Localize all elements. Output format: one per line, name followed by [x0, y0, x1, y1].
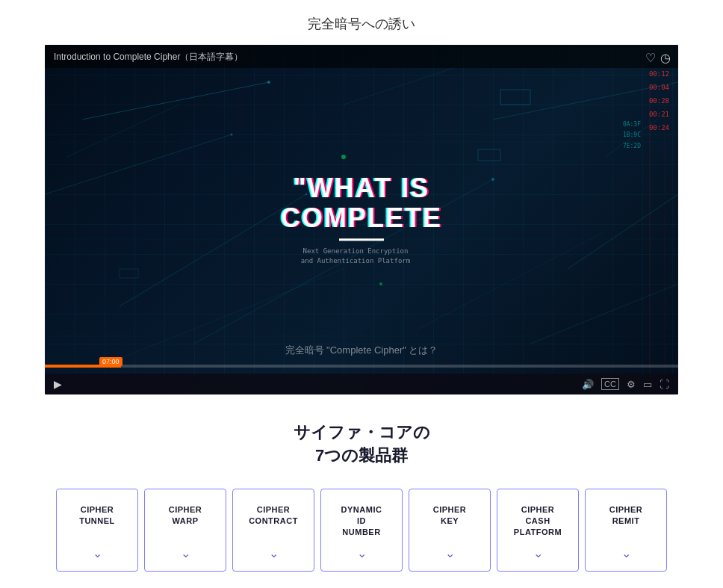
teal-elements: 0A:3F 1B:9C 7E:2D — [623, 120, 641, 152]
svg-point-23 — [491, 178, 494, 181]
svg-rect-14 — [120, 269, 138, 278]
svg-line-6 — [530, 284, 678, 344]
section-title: サイファ・コアの 7つの製品群 — [0, 421, 723, 468]
svg-line-8 — [344, 67, 456, 105]
page-title: 完全暗号への誘い — [0, 0, 723, 45]
svg-line-5 — [568, 194, 678, 269]
video-container: 00:12 00:04 00:28 00:21 00:24 ♡ ◷ Introd… — [45, 45, 678, 394]
svg-point-25 — [379, 282, 382, 285]
product-title-cipher-warp: CIPHER WARP — [169, 504, 202, 527]
product-card-cipher-tunnel[interactable]: CIPHER TUNNEL⌄ — [56, 489, 138, 572]
red-numbers: 00:12 00:04 00:28 00:21 00:24 — [649, 67, 669, 134]
svg-rect-13 — [478, 149, 500, 161]
product-title-cipher-tunnel: CIPHER TUNNEL — [79, 504, 115, 527]
product-card-dynamic-id-number[interactable]: DYNAMIC ID NUMBER⌄ — [320, 489, 403, 572]
svg-line-2 — [120, 194, 306, 306]
video-title-bar: Introduction to Complete Cipher（日本語字幕） — [45, 45, 678, 68]
product-title-dynamic-id-number: DYNAMIC ID NUMBER — [341, 504, 382, 539]
volume-icon[interactable]: 🔊 — [582, 379, 594, 390]
product-arrow-cipher-warp[interactable]: ⌄ — [181, 546, 190, 560]
product-arrow-cipher-contract[interactable]: ⌄ — [269, 546, 279, 560]
product-card-cipher-cash-platform[interactable]: CIPHER CASH PLATFORM⌄ — [497, 489, 579, 572]
product-title-cipher-cash-platform: CIPHER CASH PLATFORM — [514, 504, 562, 539]
product-title-cipher-remit: CIPHER REMIT — [609, 504, 643, 527]
svg-line-11 — [418, 232, 605, 329]
section-heading: サイファ・コアの 7つの製品群 — [0, 421, 723, 468]
svg-rect-12 — [500, 90, 530, 105]
cc-button[interactable]: CC — [601, 378, 619, 390]
product-arrow-cipher-tunnel[interactable]: ⌄ — [93, 546, 102, 560]
play-button[interactable]: ▶ — [54, 378, 62, 390]
progress-bar-wrapper[interactable] — [45, 365, 678, 368]
product-arrow-cipher-key[interactable]: ⌄ — [445, 546, 455, 560]
svg-line-0 — [82, 82, 269, 120]
clock-icon[interactable]: ◷ — [660, 51, 671, 65]
product-title-cipher-contract: CIPHER CONTRACT — [249, 504, 298, 527]
svg-point-24 — [341, 155, 346, 159]
product-arrow-cipher-cash-platform[interactable]: ⌄ — [533, 546, 543, 560]
svg-point-21 — [231, 134, 233, 136]
product-card-cipher-contract[interactable]: CIPHER CONTRACT⌄ — [232, 489, 314, 572]
video-controls: ▶ 🔊 CC ⚙ ▭ ⛶ — [45, 374, 678, 394]
video-bottom-caption: 完全暗号 "Complete Cipher" とは？ — [285, 344, 438, 357]
product-arrow-cipher-remit[interactable]: ⌄ — [621, 546, 631, 560]
heart-icon[interactable]: ♡ — [645, 51, 656, 65]
product-card-cipher-key[interactable]: CIPHER KEY⌄ — [409, 489, 491, 572]
svg-line-7 — [67, 105, 179, 157]
glitch-text-line2: COMPLETE — [281, 203, 442, 233]
product-title-cipher-key: CIPHER KEY — [433, 504, 467, 527]
svg-point-20 — [267, 81, 270, 84]
settings-icon[interactable]: ⚙ — [627, 379, 636, 390]
video-subtitle: Next Generation Encryptionand Authentica… — [281, 247, 430, 266]
product-arrow-dynamic-id-number[interactable]: ⌄ — [357, 546, 367, 560]
fullscreen-icon[interactable]: ⛶ — [660, 379, 669, 390]
video-center-content: "WHAT IS COMPLETE Next Generation Encryp… — [281, 173, 442, 265]
time-badge: 07:00 — [99, 357, 122, 366]
theater-icon[interactable]: ▭ — [643, 379, 652, 390]
product-card-cipher-remit[interactable]: CIPHER REMIT⌄ — [585, 489, 667, 572]
glitch-text-line1: "WHAT IS — [281, 173, 442, 203]
product-card-cipher-warp[interactable]: CIPHER WARP⌄ — [144, 489, 226, 572]
products-grid: CIPHER TUNNEL⌄CIPHER WARP⌄CIPHER CONTRAC… — [0, 489, 723, 588]
video-frame: 00:12 00:04 00:28 00:21 00:24 ♡ ◷ Introd… — [45, 45, 678, 394]
video-title-text: Introduction to Complete Cipher（日本語字幕） — [54, 52, 243, 62]
svg-line-1 — [45, 134, 232, 194]
